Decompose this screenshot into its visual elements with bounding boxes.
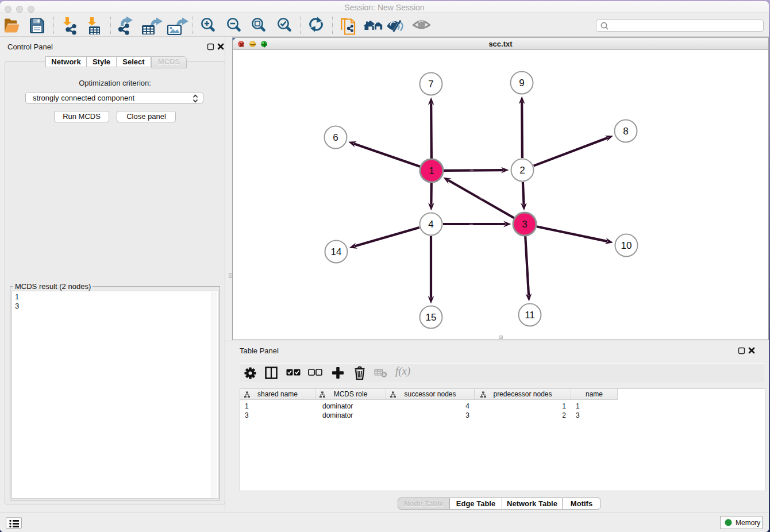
svg-text:2: 2 [519,165,525,176]
svg-text:14: 14 [331,246,342,257]
svg-text:3: 3 [522,219,527,230]
svg-text:9: 9 [519,78,524,88]
svg-text:8: 8 [623,126,628,137]
svg-text:4: 4 [428,219,433,230]
svg-text:11: 11 [525,310,535,321]
svg-text:15: 15 [426,312,437,323]
svg-text:7: 7 [428,79,433,90]
svg-text:6: 6 [333,132,338,143]
svg-text:1: 1 [429,165,434,176]
svg-text:10: 10 [621,240,632,251]
